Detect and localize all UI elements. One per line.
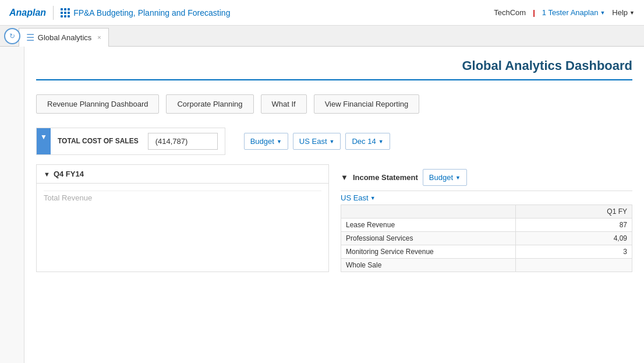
filter-row: Budget ▼ US East ▼ Dec 14 ▼ (244, 128, 390, 155)
cost-value: (414,787) (148, 133, 218, 150)
user-label: 1 Tester Anaplan (542, 8, 599, 17)
q4-panel: ▼ Q4 FY14 Total Revenue (36, 164, 329, 272)
income-budget-label: Budget (429, 173, 453, 182)
app-title: FP&A Budgeting, Planning and Forecasting (61, 8, 230, 17)
dec14-filter-btn[interactable]: Dec 14 ▼ (345, 133, 390, 150)
revenue-planning-btn[interactable]: Revenue Planning Dashboard (36, 94, 159, 114)
row-label: Monitoring Service Revenue (341, 245, 516, 259)
budget-label: Budget (250, 137, 274, 146)
cost-widget-row: ▼ TOTAL COST OF SALES (414,787) Budget ▼… (36, 128, 632, 155)
income-useast-link[interactable]: US East ▼ (341, 191, 632, 205)
income-col-q1fy: Q1 FY (516, 205, 632, 218)
cost-widget-toggle[interactable]: ▼ (37, 128, 51, 154)
income-title: Income Statement (353, 173, 418, 182)
row-value: 3 (516, 245, 632, 259)
dec14-label: Dec 14 (352, 137, 376, 146)
refresh-button[interactable]: ↻ (4, 28, 20, 44)
row-value (516, 259, 632, 272)
help-label: Help (612, 8, 628, 17)
cost-widget-body: TOTAL COST OF SALES (414,787) (51, 128, 225, 154)
useast-label: US East (299, 137, 327, 146)
income-useast-caret: ▼ (370, 195, 376, 201)
tab-bar: » ☰ Global Analytics × ↻ (0, 26, 644, 47)
nav-right: TechCom | 1 Tester Anaplan ▼ Help ▼ (494, 8, 635, 17)
top-nav: Anaplan FP&A Budgeting, Planning and For… (0, 0, 644, 26)
grid-icon (61, 8, 70, 17)
global-analytics-tab[interactable]: ☰ Global Analytics × (19, 28, 109, 47)
table-row: Professional Services 4,09 (341, 232, 632, 245)
cost-widget: ▼ TOTAL COST OF SALES (414,787) (36, 128, 225, 155)
company-name: TechCom (494, 8, 526, 17)
q4-panel-body: Total Revenue (37, 184, 328, 207)
help-button[interactable]: Help ▼ (612, 8, 635, 17)
row-label: Professional Services (341, 232, 516, 245)
row-label: Lease Revenue (341, 218, 516, 232)
q4-expand-icon[interactable]: ▼ (44, 171, 50, 178)
dashboard-title: Global Analytics Dashboard (36, 58, 632, 73)
table-row: Lease Revenue 87 (341, 218, 632, 232)
content-area: Global Analytics Dashboard Revenue Plann… (24, 47, 644, 363)
view-financial-reporting-btn[interactable]: View Financial Reporting (314, 94, 420, 114)
income-expand-icon[interactable]: ▼ (341, 173, 348, 182)
anaplan-logo: Anaplan (9, 8, 46, 18)
dec14-caret: ▼ (378, 139, 384, 145)
nav-red-divider: | (533, 8, 535, 17)
user-caret: ▼ (600, 10, 605, 16)
toggle-icon: ▼ (40, 133, 47, 141)
refresh-icon: ↻ (9, 32, 15, 40)
what-if-btn[interactable]: What If (261, 94, 307, 114)
dashboard-title-section: Global Analytics Dashboard (36, 47, 632, 80)
user-button[interactable]: 1 Tester Anaplan ▼ (542, 8, 606, 17)
table-row: Monitoring Service Revenue 3 (341, 245, 632, 259)
tab-label: Global Analytics (38, 33, 92, 42)
tab-icon: ☰ (26, 32, 34, 43)
q4-panel-title: Q4 FY14 (54, 170, 84, 178)
q4-panel-header: ▼ Q4 FY14 (37, 165, 328, 184)
panel-separator (44, 191, 321, 191)
table-row: Whole Sale (341, 259, 632, 272)
nav-divider (53, 6, 54, 20)
sidebar (0, 47, 24, 363)
budget-filter-btn[interactable]: Budget ▼ (244, 133, 288, 150)
income-panel: ▼ Income Statement Budget ▼ US East ▼ (341, 164, 632, 272)
total-revenue-label: Total Revenue (44, 193, 321, 202)
income-budget-filter-btn[interactable]: Budget ▼ (423, 169, 467, 186)
budget-caret: ▼ (277, 139, 282, 145)
app-title-text: FP&A Budgeting, Planning and Forecasting (73, 8, 230, 17)
useast-caret: ▼ (330, 139, 335, 145)
main-area: Global Analytics Dashboard Revenue Plann… (0, 47, 644, 363)
useast-filter-btn[interactable]: US East ▼ (293, 133, 341, 150)
row-label: Whole Sale (341, 259, 516, 272)
cost-label: TOTAL COST OF SALES (58, 137, 139, 146)
nav-buttons-row: Revenue Planning Dashboard Corporate Pla… (36, 94, 632, 114)
income-header: ▼ Income Statement Budget ▼ (341, 164, 632, 191)
income-useast-label: US East (341, 193, 369, 202)
help-caret: ▼ (629, 10, 635, 16)
income-budget-caret: ▼ (455, 175, 461, 181)
income-col-label (341, 205, 516, 218)
row-value: 87 (516, 218, 632, 232)
bottom-panels: ▼ Q4 FY14 Total Revenue ▼ Income Stateme… (36, 164, 632, 272)
corporate-planning-btn[interactable]: Corporate Planning (166, 94, 253, 114)
income-table: Q1 FY Lease Revenue 87 Professional Serv… (341, 205, 632, 272)
tab-close-button[interactable]: × (97, 34, 101, 41)
row-value: 4,09 (516, 232, 632, 245)
